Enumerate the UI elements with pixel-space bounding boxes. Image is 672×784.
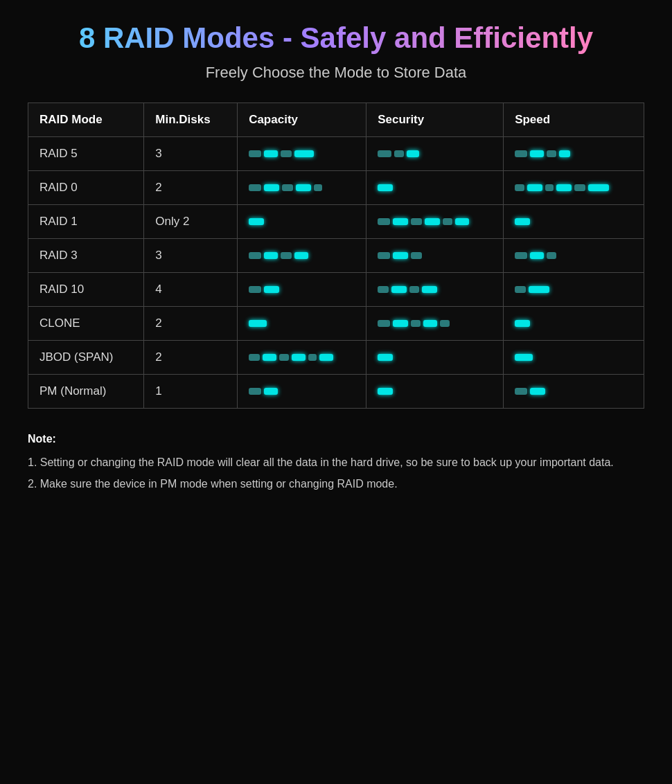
cell-mindisks: 4 (144, 273, 238, 307)
cell-mindisks: 2 (144, 171, 238, 205)
page-title: 8 RAID Modes - Safely and Efficiently (79, 21, 593, 55)
cell-speed (504, 205, 644, 239)
cell-capacity (238, 273, 366, 307)
table-row: RAID 53 (28, 137, 644, 171)
cell-speed (504, 239, 644, 273)
cell-security (366, 375, 504, 409)
cell-security (366, 205, 504, 239)
cell-capacity (238, 137, 366, 171)
col-header-mode: RAID Mode (28, 103, 144, 137)
cell-mindisks: 1 (144, 375, 238, 409)
cell-mindisks: 2 (144, 341, 238, 375)
cell-speed (504, 375, 644, 409)
notes-title: Note: (28, 429, 644, 448)
table-row: RAID 33 (28, 239, 644, 273)
title-part1: 8 RAID Modes - (79, 21, 301, 54)
cell-capacity (238, 375, 366, 409)
cell-mode: PM (Normal) (28, 375, 144, 409)
cell-capacity (238, 205, 366, 239)
cell-speed (504, 307, 644, 341)
cell-mindisks: Only 2 (144, 205, 238, 239)
cell-capacity (238, 307, 366, 341)
table-row: JBOD (SPAN)2 (28, 341, 644, 375)
cell-security (366, 171, 504, 205)
cell-mode: RAID 10 (28, 273, 144, 307)
table-header-row: RAID Mode Min.Disks Capacity Security Sp… (28, 103, 644, 137)
cell-capacity (238, 239, 366, 273)
cell-mindisks: 3 (144, 137, 238, 171)
col-header-security: Security (366, 103, 504, 137)
col-header-mindisks: Min.Disks (144, 103, 238, 137)
cell-capacity (238, 341, 366, 375)
cell-mode: RAID 5 (28, 137, 144, 171)
cell-mode: CLONE (28, 307, 144, 341)
cell-security (366, 341, 504, 375)
cell-security (366, 307, 504, 341)
raid-table: RAID Mode Min.Disks Capacity Security Sp… (28, 103, 644, 409)
table-row: CLONE2 (28, 307, 644, 341)
note-item: 1. Setting or changing the RAID mode wil… (28, 453, 644, 472)
cell-mode: JBOD (SPAN) (28, 341, 144, 375)
cell-security (366, 137, 504, 171)
title-part2: Safely and Efficiently (301, 21, 593, 54)
table-row: PM (Normal)1 (28, 375, 644, 409)
subtitle: Freely Choose the Mode to Store Data (206, 64, 467, 82)
cell-mode: RAID 0 (28, 171, 144, 205)
cell-security (366, 273, 504, 307)
col-header-speed: Speed (504, 103, 644, 137)
cell-mode: RAID 3 (28, 239, 144, 273)
notes-section: Note: 1. Setting or changing the RAID mo… (28, 429, 644, 496)
note-item: 2. Make sure the device in PM mode when … (28, 474, 644, 493)
cell-speed (504, 137, 644, 171)
cell-speed (504, 273, 644, 307)
cell-capacity (238, 171, 366, 205)
cell-speed (504, 341, 644, 375)
cell-mode: RAID 1 (28, 205, 144, 239)
table-row: RAID 02 (28, 171, 644, 205)
cell-speed (504, 171, 644, 205)
cell-security (366, 239, 504, 273)
cell-mindisks: 2 (144, 307, 238, 341)
table-row: RAID 104 (28, 273, 644, 307)
table-row: RAID 1Only 2 (28, 205, 644, 239)
col-header-capacity: Capacity (238, 103, 366, 137)
cell-mindisks: 3 (144, 239, 238, 273)
